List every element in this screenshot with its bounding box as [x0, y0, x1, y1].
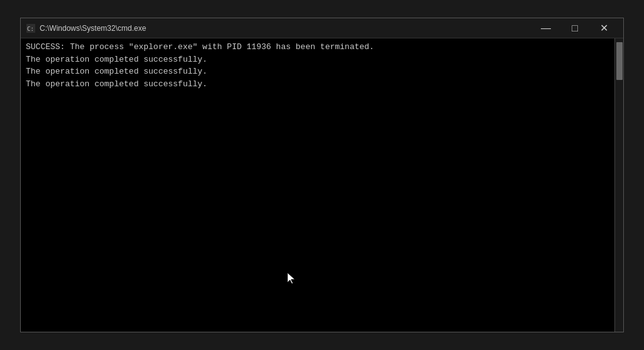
close-button[interactable]: ✕ — [589, 18, 618, 38]
cmd-window: C: C:\Windows\System32\cmd.exe — □ ✕ SUC… — [20, 18, 624, 332]
window-controls: — □ ✕ — [531, 18, 618, 38]
terminal-body[interactable]: SUCCESS: The process "explorer.exe" with… — [21, 38, 614, 332]
window-title: C:\Windows\System32\cmd.exe — [40, 24, 531, 33]
terminal-output: SUCCESS: The process "explorer.exe" with… — [26, 41, 609, 90]
scrollbar[interactable] — [614, 38, 623, 332]
minimize-button[interactable]: — — [531, 18, 560, 38]
cmd-icon: C: — [26, 23, 36, 33]
scrollbar-thumb[interactable] — [616, 42, 623, 80]
titlebar: C: C:\Windows\System32\cmd.exe — □ ✕ — [21, 18, 623, 38]
maximize-button[interactable]: □ — [560, 18, 589, 38]
svg-text:C:: C: — [27, 26, 34, 32]
mouse-cursor — [285, 271, 297, 289]
content-area: SUCCESS: The process "explorer.exe" with… — [21, 38, 623, 332]
